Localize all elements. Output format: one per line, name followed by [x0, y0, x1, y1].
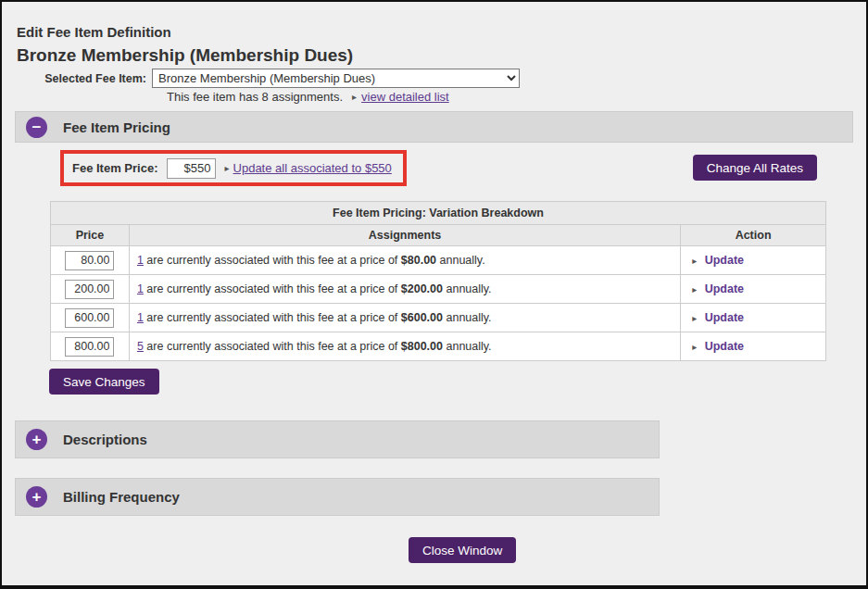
assignment-text-end: annually.	[436, 254, 485, 267]
fee-item-pricing-title: Fee Item Pricing	[63, 119, 170, 135]
assignment-text: are currently associated with this fee a…	[144, 340, 401, 353]
view-detailed-list-link[interactable]: view detailed list	[361, 90, 449, 104]
footer: Close Window	[2, 537, 866, 563]
assignment-count-link[interactable]: 1	[137, 254, 144, 267]
assignment-count-link[interactable]: 1	[137, 282, 144, 295]
close-window-button[interactable]: Close Window	[409, 537, 516, 563]
assignment-text: are currently associated with this fee a…	[144, 282, 401, 295]
table-row: 1 are currently associated with this fee…	[51, 246, 826, 275]
expand-icon[interactable]: +	[26, 486, 47, 508]
billing-frequency-title: Billing Frequency	[63, 489, 180, 505]
table-row: 1 are currently associated with this fee…	[51, 304, 826, 332]
row-price-input[interactable]	[65, 337, 114, 357]
price-highlight-box: Fee Item Price: ▸ Update all associated …	[60, 150, 407, 186]
column-header-action: Action	[681, 225, 826, 246]
assignment-text: are currently associated with this fee a…	[144, 311, 401, 324]
fee-selector-label: Selected Fee Item:	[17, 72, 146, 85]
variation-breakdown-table: Fee Item Pricing: Variation Breakdown Pr…	[50, 201, 826, 361]
fee-item-select[interactable]: Bronze Membership (Membership Dues)	[152, 69, 520, 88]
assignment-amount: $80.00	[401, 254, 436, 267]
assignment-count-link[interactable]: 5	[137, 340, 144, 353]
arrow-right-icon: ▸	[692, 313, 697, 323]
arrow-right-icon: ▸	[692, 284, 697, 294]
collapse-icon[interactable]: −	[26, 117, 47, 138]
descriptions-title: Descriptions	[63, 432, 147, 447]
update-row-link[interactable]: Update	[705, 282, 744, 295]
update-row-link[interactable]: Update	[705, 254, 744, 267]
change-all-rates-button[interactable]: Change All Rates	[693, 155, 817, 181]
assignment-text-end: annually.	[443, 282, 492, 295]
update-row-link[interactable]: Update	[705, 340, 744, 353]
row-price-input[interactable]	[65, 251, 114, 270]
assignment-text-end: annually.	[443, 311, 492, 324]
page-title: Edit Fee Item Definition	[17, 24, 851, 41]
table-row: 5 are currently associated with this fee…	[51, 332, 826, 361]
arrow-right-icon: ▸	[692, 342, 697, 352]
assignments-note-row: This fee item has 8 assignments. ▸ view …	[167, 89, 851, 104]
assignments-note: This fee item has 8 assignments.	[167, 90, 343, 104]
assignment-text: are currently associated with this fee a…	[144, 254, 401, 267]
row-price-input[interactable]	[65, 308, 114, 328]
arrow-right-icon: ▸	[225, 163, 230, 173]
expand-icon[interactable]: +	[26, 429, 47, 450]
page-subtitle: Bronze Membership (Membership Dues)	[17, 44, 851, 67]
table-row: 1 are currently associated with this fee…	[51, 275, 826, 304]
row-price-input[interactable]	[65, 280, 114, 299]
update-all-associated-link[interactable]: Update all associated to $550	[233, 161, 392, 175]
column-header-price: Price	[51, 225, 130, 246]
edit-fee-item-window: Edit Fee Item Definition Bronze Membersh…	[0, 0, 868, 589]
header: Edit Fee Item Definition Bronze Membersh…	[2, 2, 866, 104]
fee-item-pricing-bar[interactable]: − Fee Item Pricing	[15, 111, 853, 143]
assignment-count-link[interactable]: 1	[137, 311, 144, 324]
save-changes-button[interactable]: Save Changes	[49, 369, 159, 395]
descriptions-bar[interactable]: + Descriptions	[15, 420, 660, 458]
assignment-text-end: annually.	[443, 340, 492, 353]
assignment-amount: $200.00	[401, 282, 443, 295]
update-row-link[interactable]: Update	[705, 311, 744, 324]
assignment-amount: $800.00	[401, 340, 443, 353]
table-caption: Fee Item Pricing: Variation Breakdown	[51, 202, 826, 225]
fee-item-price-label: Fee Item Price:	[72, 161, 158, 175]
billing-frequency-bar[interactable]: + Billing Frequency	[15, 478, 660, 516]
arrow-right-icon: ▸	[692, 256, 697, 266]
arrow-right-icon: ▸	[352, 92, 357, 102]
assignment-amount: $600.00	[401, 311, 443, 324]
fee-item-price-input[interactable]	[167, 158, 216, 179]
pricing-controls: Fee Item Price: ▸ Update all associated …	[2, 150, 866, 186]
fee-selector-row: Selected Fee Item: Bronze Membership (Me…	[17, 69, 851, 88]
column-header-assignments: Assignments	[129, 225, 680, 246]
